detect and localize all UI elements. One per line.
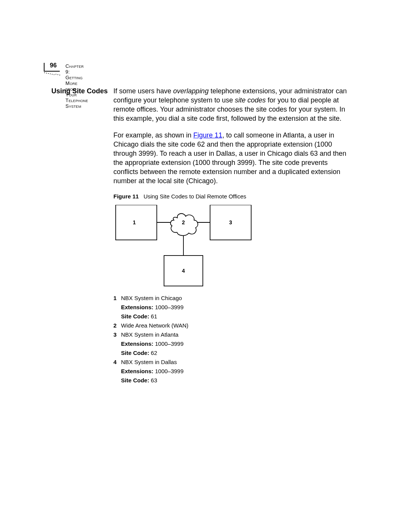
legend-label: Site Code: [121,313,149,320]
legend-number: 4 [113,358,121,367]
header-rule-horizontal [44,71,60,72]
legend-label: Extensions: [121,304,153,310]
svg-point-3 [50,73,51,74]
svg-point-8 [59,75,60,75]
legend-detail: Extensions: 1000–3999 [121,303,354,312]
legend-label: Site Code: [121,377,149,383]
svg-point-1 [46,73,47,73]
legend-label: Extensions: [121,368,153,374]
emphasis: site codes [235,96,266,104]
legend-number: 2 [113,321,121,330]
legend-number: 3 [113,330,121,339]
svg-point-5 [54,74,54,75]
legend-item: 3 NBX System in Atlanta [113,330,354,339]
legend-value: 61 [151,313,157,320]
svg-point-6 [56,74,56,75]
svg-rect-12 [116,205,157,240]
figure-caption: Figure 11 Using Site Codes to Dial Remot… [113,193,354,200]
svg-point-2 [48,73,49,74]
legend-value: 62 [151,350,157,356]
legend-item: 2 Wide Area Network (WAN) [113,321,354,330]
svg-point-4 [52,74,53,75]
page: 96 Chapter 9: Getting More from Your Tel… [0,0,411,532]
figure-link[interactable]: Figure 11 [193,131,222,139]
legend-number: 1 [113,294,121,303]
legend-value: 1000–3999 [155,304,183,310]
body-column: If some users have overlapping telephone… [113,86,354,385]
legend-detail: Site Code: 62 [121,348,354,358]
side-heading: Using Site Codes [45,86,108,96]
emphasis: overlapping [173,87,209,95]
legend-item: 4 NBX System in Dallas [113,358,354,367]
text: If some users have [113,87,173,95]
legend-detail: Site Code: 63 [121,376,354,385]
diagram-label-1: 1 [133,219,136,225]
text: , to call someone in Atlanta, a user in … [113,131,346,185]
svg-point-0 [44,72,45,73]
header-rule-vertical [44,63,45,72]
figure-caption-text: Using Site Codes to Dial Remote Offices [143,193,246,200]
figure-legend: 1 NBX System in Chicago Extensions: 1000… [113,294,354,385]
legend-label: Extensions: [121,340,153,347]
legend-detail: Site Code: 61 [121,312,354,321]
diagram-label-2: 2 [182,219,185,225]
legend-value: 63 [151,377,157,383]
legend-detail: Extensions: 1000–3999 [121,339,354,348]
legend-item: 1 NBX System in Chicago [113,294,354,303]
chapter-title: Chapter 9: Getting More from Your Teleph… [65,63,88,109]
text: For example, as shown in [113,131,193,139]
figure-label: Figure 11 [113,193,139,200]
legend-title: Wide Area Network (WAN) [121,321,354,330]
legend-label: Site Code: [121,350,149,356]
svg-point-7 [57,74,58,75]
legend-value: 1000–3999 [155,340,183,347]
page-number: 96 [50,62,57,69]
diagram-label-3: 3 [229,219,232,225]
diagram-label-4: 4 [182,268,185,274]
legend-title: NBX System in Dallas [121,358,354,367]
figure-diagram: 1 2 3 4 [113,205,254,287]
legend-detail: Extensions: 1000–3999 [121,367,354,376]
legend-value: 1000–3999 [155,368,183,374]
legend-title: NBX System in Chicago [121,294,354,303]
legend-title: NBX System in Atlanta [121,330,354,339]
paragraph-1: If some users have overlapping telephone… [113,86,354,123]
header-dots-icon [44,72,61,77]
paragraph-2: For example, as shown in Figure 11, to c… [113,131,354,185]
